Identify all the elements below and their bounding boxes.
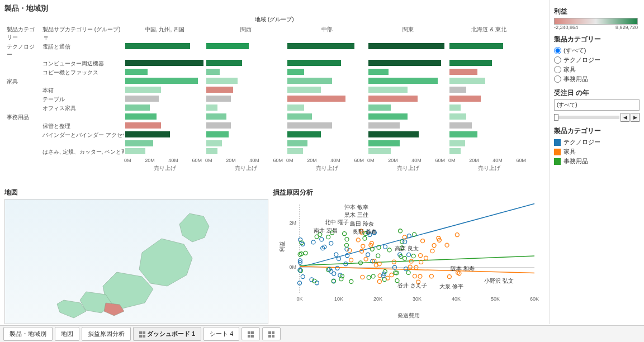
bar-cell[interactable] xyxy=(367,131,448,139)
slider-next-button[interactable]: ▶ xyxy=(631,113,640,122)
bar-cell[interactable] xyxy=(367,95,448,103)
bar-cell[interactable] xyxy=(367,77,448,85)
bar-cell[interactable] xyxy=(367,86,448,94)
bar-cell[interactable] xyxy=(124,86,205,94)
svg-text:30K: 30K xyxy=(413,296,422,302)
bar-cell[interactable] xyxy=(448,104,529,112)
map-viz[interactable] xyxy=(4,199,268,324)
bar-cell[interactable] xyxy=(448,113,529,121)
svg-point-100 xyxy=(390,273,394,277)
bar-cell[interactable] xyxy=(124,77,205,85)
sheet-tab[interactable]: ダッシュボード 1 xyxy=(133,327,201,341)
bar-cell[interactable] xyxy=(124,59,205,67)
region-header[interactable]: 関西 xyxy=(205,25,286,42)
bar-cell[interactable] xyxy=(448,95,529,103)
svg-point-95 xyxy=(376,254,380,258)
legend-item[interactable]: 家具 xyxy=(554,147,640,156)
bar-cell[interactable] xyxy=(124,148,205,155)
bar-cell[interactable] xyxy=(367,59,448,67)
sheet-tab[interactable]: シート 4 xyxy=(203,327,239,341)
bar-cell[interactable] xyxy=(448,148,529,155)
sheet-tab[interactable]: 製品・地域別 xyxy=(3,327,53,341)
bar-cell[interactable] xyxy=(286,77,367,85)
bar-cell[interactable] xyxy=(448,140,529,148)
bar-cell[interactable] xyxy=(448,59,529,67)
category-radio[interactable]: テクノロジー xyxy=(554,55,640,65)
bar-cell[interactable] xyxy=(205,104,286,112)
bar-cell[interactable] xyxy=(205,95,286,103)
bar-cell[interactable] xyxy=(286,131,367,139)
bar-category: テクノロジー xyxy=(4,42,40,59)
bar-cell[interactable] xyxy=(448,131,529,139)
bar-cell[interactable] xyxy=(367,42,448,50)
category-radio[interactable]: (すべて) xyxy=(554,46,640,55)
svg-text:黒木 三佳: 黒木 三佳 xyxy=(344,212,368,218)
bar-cell[interactable] xyxy=(367,140,448,148)
bar-cell[interactable] xyxy=(286,122,367,130)
bar-cell[interactable] xyxy=(286,86,367,94)
region-header[interactable]: 北海道 & 東北 xyxy=(448,25,529,42)
bar-cell[interactable] xyxy=(448,42,529,50)
bar-cell[interactable] xyxy=(205,77,286,85)
slider-prev-button[interactable]: ◀ xyxy=(621,113,629,122)
bar-cell[interactable] xyxy=(205,68,286,76)
region-header[interactable]: 関東 xyxy=(367,25,448,42)
year-slider[interactable] xyxy=(554,116,619,119)
bar-cell[interactable] xyxy=(205,148,286,155)
bar-cell[interactable] xyxy=(367,113,448,121)
bar-cell[interactable] xyxy=(124,42,205,50)
main-title: 製品・地域別 xyxy=(4,3,544,13)
legend-item[interactable]: 事務用品 xyxy=(554,156,640,166)
bar-cell[interactable] xyxy=(124,131,205,139)
bar-cell[interactable] xyxy=(205,131,286,139)
bar-cell[interactable] xyxy=(124,104,205,112)
bar-cell[interactable] xyxy=(286,42,367,50)
bar-cell[interactable] xyxy=(448,68,529,76)
category-radio[interactable]: 事務用品 xyxy=(554,74,640,84)
scatter-plot[interactable]: 利益0K10K20K30K40K50K60K0M2M沖本 敏幸黒木 三佳北中 曜… xyxy=(273,199,544,324)
bar-cell[interactable] xyxy=(367,104,448,112)
region-header[interactable]: 中部 xyxy=(286,25,367,42)
bar-cell[interactable] xyxy=(124,122,205,130)
new-dashboard-button[interactable] xyxy=(242,327,260,340)
bar-cell[interactable] xyxy=(286,95,367,103)
bar-cell[interactable] xyxy=(205,86,286,94)
svg-text:島田 玲奈: 島田 玲奈 xyxy=(350,221,374,227)
bar-cell[interactable] xyxy=(124,68,205,76)
bar-chart: 地域 (グループ) 製品カテゴリー 製品サブカテゴリー (グループ)╤中国, 九… xyxy=(4,16,544,182)
category-filter-title: 製品カテゴリー xyxy=(554,35,640,44)
bar-cell[interactable] xyxy=(448,77,529,85)
sheet-tab[interactable]: 地図 xyxy=(55,327,79,341)
bar-cell[interactable] xyxy=(286,104,367,112)
bar-cell[interactable] xyxy=(205,59,286,67)
col-category: 製品カテゴリー xyxy=(4,25,40,42)
year-select[interactable]: (すべて) xyxy=(554,99,640,111)
bar-subcategory: コンピューター周辺機器 xyxy=(40,59,124,68)
col-subcategory[interactable]: 製品サブカテゴリー (グループ)╤ xyxy=(40,25,124,42)
bar-cell[interactable] xyxy=(124,113,205,121)
bar-cell[interactable] xyxy=(286,148,367,155)
bar-cell[interactable] xyxy=(124,95,205,103)
bar-cell[interactable] xyxy=(367,148,448,155)
year-filter-title: 受注日 の年 xyxy=(554,88,640,98)
bar-cell[interactable] xyxy=(448,86,529,94)
bar-cell[interactable] xyxy=(124,140,205,148)
category-radio[interactable]: 家具 xyxy=(554,65,640,74)
bar-cell[interactable] xyxy=(205,140,286,148)
bar-cell[interactable] xyxy=(205,42,286,50)
sheet-tab[interactable]: 損益原因分析 xyxy=(82,327,131,341)
bar-cell[interactable] xyxy=(205,122,286,130)
bar-subcategory: コピー機とファックス xyxy=(40,68,124,77)
bar-cell[interactable] xyxy=(286,59,367,67)
bar-cell[interactable] xyxy=(367,68,448,76)
legend-item[interactable]: テクノロジー xyxy=(554,137,640,147)
region-header[interactable]: 中国, 九州, 四国 xyxy=(124,25,205,42)
bar-cell[interactable] xyxy=(286,140,367,148)
bar-cell[interactable] xyxy=(286,68,367,76)
bar-cell[interactable] xyxy=(448,122,529,130)
bar-cell[interactable] xyxy=(367,122,448,130)
bar-cell[interactable] xyxy=(286,113,367,121)
svg-text:利益: 利益 xyxy=(279,241,285,252)
new-sheet-button[interactable] xyxy=(262,327,281,340)
bar-cell[interactable] xyxy=(205,113,286,121)
